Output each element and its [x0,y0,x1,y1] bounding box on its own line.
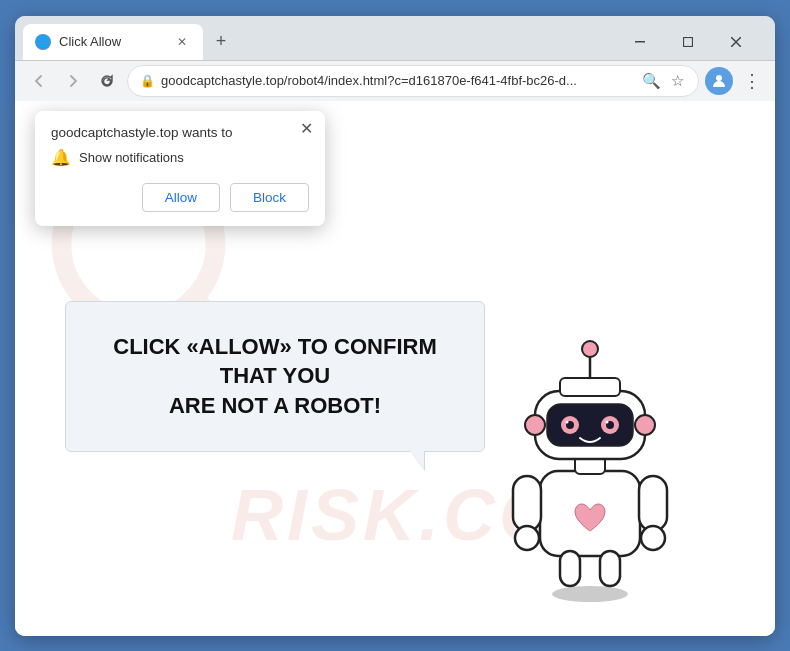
popup-title: goodcaptchastyle.top wants to [51,125,309,140]
address-right-icons: 🔍 ☆ [640,70,686,92]
popup-notification-row: 🔔 Show notifications [51,148,309,167]
block-button[interactable]: Block [230,183,309,212]
svg-rect-9 [513,476,541,531]
svg-point-12 [641,526,665,550]
refresh-button[interactable] [93,67,121,95]
close-button[interactable] [713,28,759,56]
popup-notification-text: Show notifications [79,150,184,165]
profile-button[interactable] [705,67,733,95]
new-tab-button[interactable]: + [207,28,235,56]
tab-title: Click Allow [59,34,165,49]
tab-close-button[interactable]: ✕ [173,33,191,51]
address-text: goodcaptchastyle.top/robot4/index.html?c… [161,73,634,88]
back-button[interactable] [25,67,53,95]
minimize-button[interactable] [617,28,663,56]
svg-rect-0 [635,41,645,43]
svg-point-4 [716,75,722,81]
svg-point-28 [582,341,598,357]
tab-favicon: 🌐 [35,34,51,50]
bell-icon: 🔔 [51,148,71,167]
svg-point-7 [552,586,628,602]
address-box[interactable]: 🔒 goodcaptchastyle.top/robot4/index.html… [127,65,699,97]
maximize-button[interactable] [665,28,711,56]
notification-popup: ✕ goodcaptchastyle.top wants to 🔔 Show n… [35,111,325,226]
robot-illustration [485,316,695,596]
allow-button[interactable]: Allow [142,183,220,212]
page-content: RISK.CO ✕ goodcaptchastyle.top wants to … [15,101,775,636]
lock-icon: 🔒 [140,74,155,88]
forward-button[interactable] [59,67,87,95]
star-icon[interactable]: ☆ [669,70,686,92]
svg-point-25 [606,420,609,423]
title-bar: 🌐 Click Allow ✕ + [15,16,775,60]
main-heading: CLICK «ALLOW» TO CONFIRM THAT YOU ARE NO… [106,332,444,421]
svg-point-30 [635,415,655,435]
svg-rect-13 [560,551,580,586]
browser-window: 🌐 Click Allow ✕ + [15,16,775,636]
svg-rect-10 [639,476,667,531]
main-text-box: CLICK «ALLOW» TO CONFIRM THAT YOU ARE NO… [65,301,485,452]
menu-button[interactable]: ⋮ [739,68,765,94]
address-bar-row: 🔒 goodcaptchastyle.top/robot4/index.html… [15,60,775,101]
search-icon[interactable]: 🔍 [640,70,663,92]
svg-rect-26 [560,378,620,396]
svg-rect-14 [600,551,620,586]
svg-point-29 [525,415,545,435]
chrome-header: 🌐 Click Allow ✕ + [15,16,775,101]
svg-point-21 [566,420,569,423]
popup-buttons: Allow Block [51,183,309,212]
popup-close-button[interactable]: ✕ [300,121,313,137]
active-tab[interactable]: 🌐 Click Allow ✕ [23,24,203,60]
svg-rect-1 [684,37,693,46]
svg-point-11 [515,526,539,550]
content-area: RISK.CO ✕ goodcaptchastyle.top wants to … [15,101,775,636]
window-controls [617,28,759,56]
